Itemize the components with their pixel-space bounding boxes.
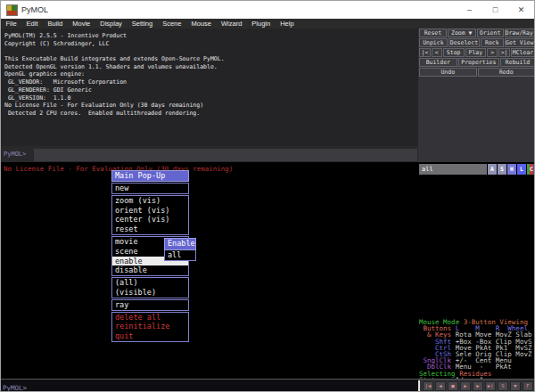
- console-line: GL_VERSION: 1.1.0: [4, 94, 418, 102]
- mouse-help-panel: Mouse Mode 3-Button Viewing Buttons L M …: [419, 319, 535, 383]
- title-bar: PyMOL – □ ✕: [1, 1, 534, 19]
- movie-first-button[interactable]: |<: [419, 48, 431, 57]
- prompt-label: PyMOL>: [4, 151, 26, 158]
- fullscreen-button[interactable]: F: [523, 381, 533, 391]
- cli-bar[interactable]: PyMOL>_: [1, 379, 418, 392]
- popup-item-zoom-vis[interactable]: zoom (vis): [112, 196, 188, 206]
- console-line: Detected OpenGL version 1.1. Shaders and…: [4, 63, 418, 71]
- popup-item-reset[interactable]: reset: [112, 225, 188, 234]
- menu-mouse[interactable]: Mouse: [186, 19, 217, 29]
- control-row: Undo Redo: [418, 68, 535, 77]
- orient-button[interactable]: Orient: [477, 29, 504, 37]
- action-menu-button[interactable]: A: [488, 164, 497, 175]
- menu-setting[interactable]: Setting: [127, 19, 157, 29]
- zoom-dropdown-button[interactable]: Zoom ▼: [448, 29, 476, 37]
- popup-item-all[interactable]: (all): [112, 278, 188, 288]
- control-row: Reset Zoom ▼ Orient Draw/Ray ▼: [418, 29, 535, 37]
- command-prompt-row: PyMOL>: [1, 146, 418, 162]
- menu-display[interactable]: Display: [95, 19, 128, 29]
- console-line: Copyright (C) Schrodinger, LLC: [4, 40, 418, 48]
- frame-first-icon[interactable]: |◀: [423, 381, 433, 391]
- menu-file[interactable]: File: [1, 19, 21, 29]
- cli-text: PyMOL>_: [3, 384, 31, 392]
- menu-bar: File Edit Build Movie Display Setting Sc…: [1, 19, 534, 29]
- minimize-button[interactable]: –: [457, 1, 482, 19]
- close-button[interactable]: ✕: [508, 1, 534, 19]
- rock-button[interactable]: Rock: [481, 38, 503, 47]
- menu-plugin[interactable]: Plugin: [247, 19, 276, 29]
- submenu-item-all[interactable]: all: [164, 250, 196, 262]
- properties-button[interactable]: Properties: [458, 58, 499, 67]
- cli-cursor: _: [27, 384, 31, 392]
- console-line: [4, 47, 418, 55]
- unpick-button[interactable]: Unpick: [419, 38, 448, 47]
- scene-loop-button[interactable]: S: [498, 381, 508, 391]
- label-menu-button[interactable]: L: [517, 164, 526, 175]
- frame-forward-icon[interactable]: ▶: [473, 381, 483, 391]
- popup-item-ray[interactable]: ray: [112, 300, 188, 310]
- submenu-title: Enable: [164, 238, 196, 250]
- play-button[interactable]: Play: [465, 48, 487, 57]
- popup-item-disable[interactable]: disable: [112, 265, 188, 275]
- menu-wizard[interactable]: Wizard: [216, 19, 246, 29]
- color-menu-button[interactable]: C: [527, 164, 535, 175]
- redo-button[interactable]: Redo: [478, 68, 535, 77]
- popup-item-center-vis[interactable]: center (vis): [112, 215, 188, 225]
- command-input[interactable]: [34, 149, 417, 161]
- hide-menu-button[interactable]: H: [507, 164, 516, 175]
- undo-button[interactable]: Undo: [419, 68, 477, 77]
- frame-back-icon[interactable]: ◀: [435, 381, 446, 391]
- movie-next-button[interactable]: >: [487, 48, 498, 57]
- object-toggle-all[interactable]: all: [419, 164, 487, 175]
- object-row-all: all A S H L C: [419, 164, 535, 175]
- console-line: PyMOL(TM) 2.5.5 - Incentive Product: [4, 32, 418, 40]
- draw-ray-dropdown-button[interactable]: Draw/Ray ▼: [505, 29, 535, 37]
- popup-title: Main Pop-Up: [111, 170, 189, 182]
- viewport[interactable]: No License File - For Evaluation Only (3…: [1, 162, 418, 379]
- stop-button[interactable]: Stop: [443, 48, 465, 57]
- mclear-button[interactable]: MClear: [511, 48, 535, 57]
- enable-submenu: Enable all: [164, 238, 196, 261]
- menu-movie[interactable]: Movie: [68, 19, 95, 29]
- rebuild-button[interactable]: Rebuild: [500, 58, 535, 67]
- panel-sash[interactable]: [418, 380, 420, 392]
- get-view-button[interactable]: Get View: [505, 38, 535, 47]
- console-output: PyMOL(TM) 2.5.5 - Incentive Product Copy…: [1, 29, 418, 146]
- popup-item-delete-all[interactable]: delete all: [112, 313, 188, 323]
- play-icon[interactable]: ▶: [460, 381, 471, 391]
- reset-button[interactable]: Reset: [419, 29, 447, 37]
- frame-last-icon[interactable]: ▶|: [485, 381, 496, 391]
- window-title: PyMOL: [21, 5, 48, 14]
- popup-item-orient-vis[interactable]: orient (vis): [112, 206, 188, 216]
- movie-prev-button[interactable]: <: [432, 48, 442, 57]
- popup-item-new[interactable]: new: [112, 184, 188, 193]
- popup-item-reinitialize[interactable]: reinitialize: [112, 322, 188, 331]
- popup-group: zoom (vis) orient (vis) center (vis) res…: [111, 195, 189, 235]
- menu-scene[interactable]: Scene: [158, 19, 186, 29]
- popup-item-quit[interactable]: quit: [112, 331, 188, 341]
- console-line: GL_VENDOR: Microsoft Corporation: [4, 78, 418, 86]
- window-controls: – □ ✕: [457, 1, 534, 19]
- console-line: GL_RENDERER: GDI Generic: [4, 86, 418, 94]
- builder-button[interactable]: Builder: [419, 58, 457, 67]
- popup-item-visible[interactable]: (visible): [112, 288, 188, 298]
- console-line: No License File - For Evaluation Only (3…: [4, 102, 418, 110]
- movie-last-button[interactable]: >|: [498, 48, 510, 57]
- deselect-button[interactable]: Deselect: [449, 38, 480, 47]
- show-menu-button[interactable]: S: [498, 164, 506, 175]
- console-line: OpenGL graphics engine:: [4, 70, 418, 78]
- stop-icon[interactable]: ■: [448, 381, 458, 391]
- menu-help[interactable]: Help: [276, 19, 299, 29]
- console-line: Detected 2 CPU cores. Enabled multithrea…: [4, 110, 418, 118]
- menu-edit[interactable]: Edit: [21, 19, 43, 29]
- maximize-button[interactable]: □: [482, 1, 508, 19]
- object-panel: all A S H L C Mouse Mode 3-Button Viewin…: [418, 162, 535, 379]
- popup-group: new: [111, 183, 189, 194]
- movie-control-bar: |◀ ◀ ■ ▶ ▶ ▶| S ▼ F: [418, 379, 535, 392]
- cli-prompt: PyMOL>: [3, 384, 27, 392]
- pymol-logo-icon: [7, 5, 17, 15]
- rewind-toggle-icon[interactable]: ▼: [510, 381, 521, 391]
- menu-build[interactable]: Build: [43, 19, 68, 29]
- popup-group: delete all reinitialize quit: [111, 312, 189, 342]
- pymol-window: PyMOL – □ ✕ File Edit Build Movie Displa…: [0, 0, 535, 392]
